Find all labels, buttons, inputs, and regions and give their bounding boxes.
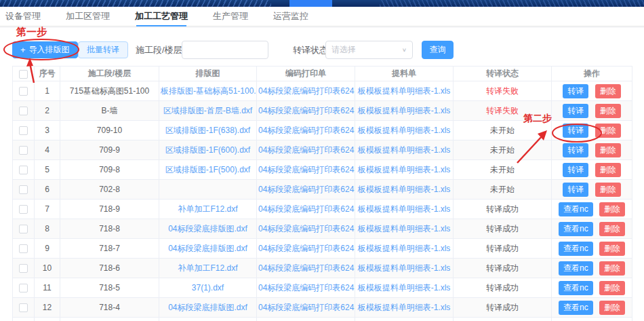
layout-file-link[interactable]: 04标段梁底排版图.dxf bbox=[159, 298, 257, 318]
delete-button[interactable]: 删除 bbox=[595, 104, 621, 118]
print-sheet-link[interactable]: 04标段梁底编码打印表624.xlsx . bbox=[257, 200, 355, 219]
delete-button[interactable]: 删除 bbox=[599, 261, 625, 276]
print-sheet-link[interactable]: 04标段梁底编码打印表624.xlsx . bbox=[257, 121, 355, 140]
row-checkbox[interactable] bbox=[19, 205, 28, 214]
print-sheet-link[interactable]: 04标段梁底编码打印表624.xlsx . bbox=[257, 101, 355, 121]
primary-action-button[interactable]: 查看nc bbox=[559, 301, 593, 315]
row-checkbox[interactable] bbox=[19, 146, 28, 155]
status-cell: 转译成功 bbox=[454, 200, 552, 219]
section-floor-input[interactable] bbox=[182, 41, 268, 59]
material-sheet-link[interactable]: 板模板提料单明细表-1.xls bbox=[355, 200, 454, 219]
row-checkbox[interactable] bbox=[19, 284, 28, 292]
header-select-all bbox=[13, 67, 35, 81]
delete-button[interactable]: 删除 bbox=[595, 163, 621, 177]
status-cell: 转译成功 bbox=[454, 298, 552, 318]
row-checkbox[interactable] bbox=[19, 264, 28, 273]
layout-file-link[interactable] bbox=[159, 180, 257, 200]
print-sheet-link[interactable]: 04标段梁底编码打印表624.xlsx . bbox=[257, 81, 355, 101]
print-sheet-link[interactable]: 04标段梁底编码打印表624.xlsx . bbox=[257, 239, 355, 259]
layout-file-link[interactable]: 04标段梁底排版图.dxf bbox=[159, 219, 257, 239]
material-sheet-link[interactable]: 板模板提料单明细表-1.xls bbox=[355, 121, 454, 140]
primary-action-button[interactable]: 转译 bbox=[563, 163, 588, 177]
row-checkbox[interactable] bbox=[19, 244, 28, 253]
row-checkbox[interactable] bbox=[19, 303, 28, 312]
material-sheet-link[interactable]: 板模板提料单明细表-1.xls bbox=[355, 219, 454, 239]
primary-action-button[interactable]: 转译 bbox=[563, 183, 588, 197]
nav-tab-4[interactable]: 运营监控 bbox=[273, 7, 308, 26]
material-sheet-link[interactable]: 板模板提料单明细表-1.xls bbox=[355, 239, 454, 259]
primary-action-button[interactable]: 查看nc bbox=[559, 222, 593, 236]
section-cell: B-墙 bbox=[60, 101, 159, 121]
delete-button[interactable]: 删除 bbox=[599, 242, 625, 256]
layout-file-link[interactable]: 补单加工F12.dxf bbox=[159, 200, 257, 219]
material-sheet-link[interactable]: 板模板提料单明细表-1.xls bbox=[355, 160, 454, 180]
seq-cell: 1 bbox=[35, 81, 60, 101]
step1-annotation: 第一步 bbox=[16, 26, 47, 39]
material-sheet-link[interactable]: 板模板提料单明细表-1.xls bbox=[355, 140, 454, 160]
print-sheet-link[interactable]: 04标段梁底编码打印表624.xlsx . bbox=[257, 219, 355, 239]
primary-action-button[interactable]: 查看nc bbox=[559, 242, 593, 256]
material-sheet-link[interactable]: 板模板提料单明细表-1.xls bbox=[355, 259, 454, 278]
banner-texture-left bbox=[0, 0, 271, 7]
material-sheet-link[interactable]: 板模板提料单明细表-1.xls bbox=[355, 278, 454, 298]
layout-file-link[interactable]: 区域排版图-1F(638).dxf bbox=[159, 121, 257, 140]
import-layout-button[interactable]: + 导入排版图 bbox=[12, 41, 78, 58]
primary-action-button[interactable]: 转译 bbox=[563, 143, 588, 157]
layout-file-link[interactable]: 04标段梁底排版图.dxf bbox=[159, 239, 257, 259]
row-checkbox[interactable] bbox=[19, 126, 28, 135]
delete-button[interactable]: 删除 bbox=[595, 143, 621, 157]
delete-button[interactable]: 删除 bbox=[595, 124, 621, 138]
query-button[interactable]: 查询 bbox=[422, 41, 454, 59]
print-sheet-link[interactable]: 04标段梁底编码打印表624.xlsx . bbox=[257, 259, 355, 278]
material-sheet-link[interactable]: 板模板提料单明细表-1.xls bbox=[355, 298, 454, 318]
banner-highlight bbox=[289, 0, 332, 7]
translate-status-select[interactable]: 请选择 ∨ bbox=[325, 41, 413, 59]
row-checkbox[interactable] bbox=[19, 185, 28, 194]
material-sheet-link[interactable]: 板模板提料单明细表-1.xls bbox=[355, 101, 454, 121]
primary-action-button[interactable]: 查看nc bbox=[559, 202, 593, 216]
layout-file-link[interactable]: 板排版图-基础标高51-100.dxf bbox=[159, 81, 257, 101]
select-all-checkbox[interactable] bbox=[19, 70, 28, 79]
actions-cell: 查看nc 删除 bbox=[552, 200, 632, 219]
material-sheet-link[interactable]: 板模板提料单明细表-1.xls bbox=[355, 180, 454, 200]
material-sheet-link[interactable]: 板模板提料单明细表-1.xls bbox=[355, 81, 454, 101]
delete-button[interactable]: 删除 bbox=[595, 183, 621, 197]
batch-translate-button[interactable]: 批量转译 bbox=[78, 41, 128, 58]
row-checkbox[interactable] bbox=[19, 166, 28, 174]
delete-button[interactable]: 删除 bbox=[599, 301, 625, 315]
layout-file-link[interactable]: 37(1).dxf bbox=[159, 278, 257, 298]
print-sheet-link[interactable]: 04标段梁底编码打印表624.xlsx . bbox=[257, 278, 355, 298]
print-sheet-link[interactable]: 04标段梁底编码打印表624.xlsx . bbox=[257, 298, 355, 318]
layout-file-link[interactable]: 区域排版图-1F(500).dxf bbox=[159, 160, 257, 180]
chevron-down-icon: ∨ bbox=[402, 47, 407, 53]
nav-tab-0[interactable]: 设备管理 bbox=[5, 7, 41, 26]
seq-cell: 8 bbox=[35, 219, 60, 239]
row-checkbox[interactable] bbox=[19, 87, 28, 96]
delete-button[interactable]: 删除 bbox=[599, 222, 625, 236]
primary-action-button[interactable]: 查看nc bbox=[559, 261, 593, 276]
primary-action-button[interactable]: 转译 bbox=[563, 124, 588, 138]
primary-action-button[interactable]: 查看nc bbox=[559, 281, 593, 295]
section-cell: 715基础标高图51-100 bbox=[60, 81, 159, 101]
row-checkbox[interactable] bbox=[19, 107, 28, 115]
table-row: 8 718-8 04标段梁底排版图.dxf 04标段梁底编码打印表624.xls… bbox=[13, 219, 632, 239]
delete-button[interactable]: 删除 bbox=[599, 202, 625, 216]
nav-tab-1[interactable]: 加工区管理 bbox=[66, 7, 110, 26]
table-row: 11 718-5 37(1).dxf 04标段梁底编码打印表624.xlsx .… bbox=[13, 278, 632, 298]
actions-cell: 转译 删除 bbox=[552, 121, 632, 140]
layout-table: 序号 施工段/楼层 排版图 编码打印单 提料单 转译状态 操作 1 715基础标… bbox=[12, 66, 632, 321]
layout-file-link[interactable]: 补单加工F12.dxf bbox=[159, 259, 257, 278]
print-sheet-link[interactable]: 04标段梁底编码打印表624.xlsx . bbox=[257, 180, 355, 200]
delete-button[interactable]: 删除 bbox=[599, 281, 625, 295]
primary-action-button[interactable]: 转译 bbox=[563, 104, 588, 118]
delete-button[interactable]: 删除 bbox=[595, 84, 621, 98]
primary-action-button[interactable]: 转译 bbox=[563, 84, 588, 98]
layout-file-link[interactable]: 区域排版图-首层-B墙.dxf bbox=[159, 101, 257, 121]
nav-tab-3[interactable]: 生产管理 bbox=[213, 7, 248, 26]
row-checkbox[interactable] bbox=[19, 225, 28, 233]
print-sheet-link[interactable]: 04标段梁底编码打印表624.xlsx . bbox=[257, 160, 355, 180]
layout-file-link[interactable]: 区域排版图-1F(600).dxf bbox=[159, 140, 257, 160]
banner-image bbox=[0, 0, 644, 7]
nav-tab-2[interactable]: 加工工艺管理 bbox=[135, 7, 188, 26]
print-sheet-link[interactable]: 04标段梁底编码打印表624.xlsx . bbox=[257, 140, 355, 160]
